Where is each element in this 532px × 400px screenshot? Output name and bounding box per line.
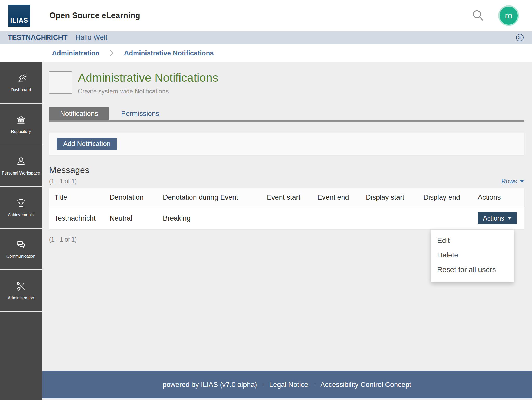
page-subtitle: Create system-wide Notifications [78,88,218,95]
cell-denotation-during-event: Breaking [158,207,262,229]
header-right: ro [471,5,519,26]
sidebar-item-label: Administration [6,295,36,301]
cell-denotation: Neutral [104,207,158,229]
add-notification-button[interactable]: Add Notification [57,138,117,150]
menu-item-reset-for-all-users[interactable]: Reset for all users [431,262,514,277]
result-count-top: (1 - 1 of 1) [49,178,77,185]
menu-item-delete[interactable]: Delete [431,248,514,262]
sidebar-item-label: Communication [5,254,37,259]
accessibility-link[interactable]: Accessibility Control Concept [320,381,411,389]
page-titles: Administrative Notifications Create syst… [78,71,218,95]
column-header-display-end: Display end [418,188,473,207]
column-header-event-start: Event start [262,188,312,207]
column-header-denotation-during-event: Denotation during Event [158,188,262,207]
search-icon [471,9,485,22]
column-header-event-end: Event end [312,188,361,207]
tab-permissions[interactable]: Permissions [109,107,171,120]
actions-button-label: Actions [483,215,504,222]
sidebar-item-personal-workspace[interactable]: Personal Workspace [0,145,42,187]
cell-event-end [312,207,361,229]
page-title: Administrative Notifications [78,71,218,84]
main-sidebar: Dashboard Repository Personal Workspace [0,62,42,400]
cell-actions: Actions Edit Delete Reset for all users [473,207,524,229]
notification-title: TESTNACHRICHT [8,34,68,42]
powered-by-text: powered by ILIAS (v7.0 alpha) [163,381,257,389]
main-area: Administrative Notifications Create syst… [42,62,532,400]
cell-display-end [418,207,473,229]
footer-separator: · [313,381,315,389]
bank-icon [15,114,27,126]
cell-event-start [262,207,312,229]
chat-bubbles-icon [15,239,27,250]
column-header-denotation: Denotation [104,188,158,207]
lamp-icon [15,73,27,84]
tab-notifications[interactable]: Notifications [49,107,109,120]
object-icon-placeholder [49,71,72,94]
sidebar-item-label: Achievements [6,212,36,218]
rows-label: Rows [501,178,517,185]
page-layout: Dashboard Repository Personal Workspace [0,62,532,400]
tools-icon [15,281,27,292]
search-button[interactable] [471,9,485,22]
messages-table: Title Denotation Denotation during Event… [49,188,524,229]
sidebar-item-dashboard[interactable]: Dashboard [0,62,42,104]
messages-heading: Messages [49,165,524,175]
notification-close-button[interactable] [516,33,524,42]
close-icon [516,33,524,42]
rows-dropdown[interactable]: Rows [501,178,524,185]
app-title: Open Source eLearning [49,11,140,20]
sidebar-item-label: Repository [9,129,32,134]
page-header: Administrative Notifications Create syst… [49,71,524,95]
top-header: ILIAS Open Source eLearning ro [0,0,532,31]
column-header-actions: Actions [473,188,524,207]
chevron-down-icon [508,217,512,220]
avatar-initials: ro [505,11,512,21]
sidebar-item-achievements[interactable]: Achievements [0,187,42,229]
ilias-logo[interactable]: ILIAS [8,5,30,27]
cell-title: Testnachricht [49,207,104,229]
ilias-logo-text: ILIAS [10,17,28,24]
cell-display-start [361,207,418,229]
avatar[interactable]: ro [498,5,519,26]
sidebar-item-label: Personal Workspace [0,171,42,176]
breadcrumb-administration[interactable]: Administration [52,49,99,57]
sidebar-item-administration[interactable]: Administration [0,270,42,312]
toolbar: Add Notification [49,133,524,155]
table-count-row: (1 - 1 of 1) Rows [49,178,524,185]
breadcrumb: Administration Administrative Notificati… [0,44,532,62]
notification-message: Hallo Welt [76,34,108,42]
person-icon [15,156,27,167]
tab-bar: Notifications Permissions [49,107,524,122]
breadcrumb-administrative-notifications[interactable]: Administrative Notifications [124,49,214,57]
legal-notice-link[interactable]: Legal Notice [269,381,308,389]
table-header-row: Title Denotation Denotation during Event… [49,188,524,207]
actions-dropdown-menu: Edit Delete Reset for all users [431,230,514,282]
footer-separator: · [262,381,264,389]
column-header-title: Title [49,188,104,207]
trophy-icon [15,197,27,209]
system-notification-bar: TESTNACHRICHT Hallo Welt [0,31,532,44]
main-content: Administrative Notifications Create syst… [42,62,532,371]
column-header-display-start: Display start [361,188,418,207]
chevron-down-icon [520,180,524,183]
menu-item-edit[interactable]: Edit [431,233,514,248]
actions-dropdown-button[interactable]: Actions [478,212,517,224]
sidebar-item-communication[interactable]: Communication [0,229,42,270]
chevron-right-icon [109,49,114,57]
table-row: Testnachricht Neutral Breaking Actions [49,207,524,229]
page-footer: powered by ILIAS (v7.0 alpha) · Legal No… [42,371,532,398]
sidebar-item-label: Dashboard [9,87,32,93]
sidebar-item-repository[interactable]: Repository [0,104,42,145]
